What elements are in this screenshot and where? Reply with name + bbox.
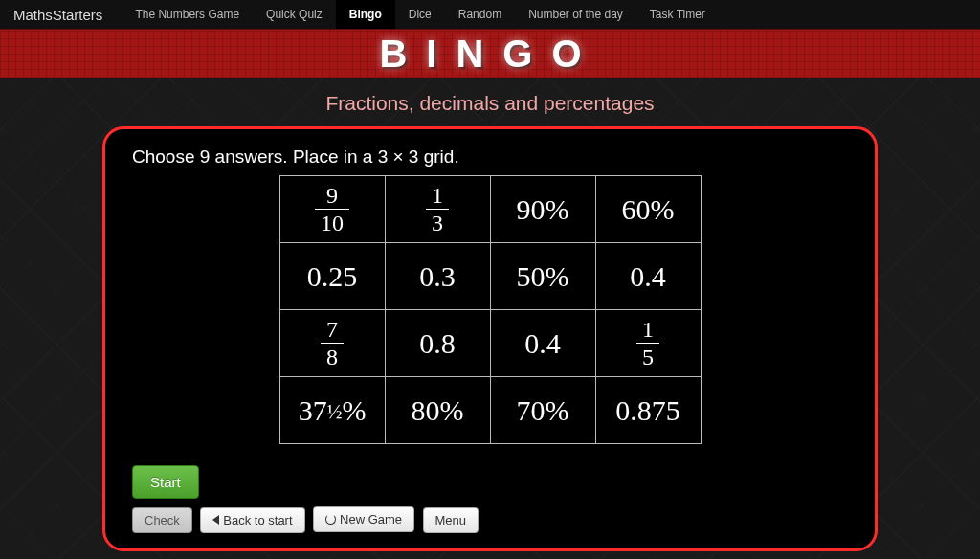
- page-subtitle: Fractions, decimals and percentages: [0, 92, 980, 115]
- grid-cell[interactable]: 910: [279, 176, 385, 243]
- fraction: 13: [426, 184, 449, 235]
- nav-link-random[interactable]: Random: [445, 0, 515, 29]
- nav-link-bingo[interactable]: Bingo: [336, 0, 395, 29]
- nav-link-number-of-the-day[interactable]: Number of the day: [515, 0, 636, 29]
- grid-cell[interactable]: 0.25: [279, 243, 385, 310]
- nav-link-task-timer[interactable]: Task Timer: [636, 0, 719, 29]
- banner: BINGO: [0, 29, 980, 78]
- back-to-start-button[interactable]: Back to start: [200, 507, 304, 533]
- grid-cell[interactable]: 0.3: [385, 243, 490, 310]
- grid-cell[interactable]: 50%: [490, 243, 595, 310]
- fraction-numerator: 1: [426, 184, 449, 210]
- nav-link-quick-quiz[interactable]: Quick Quiz: [253, 0, 336, 29]
- grid-cell[interactable]: 0.8: [385, 310, 490, 377]
- new-game-label: New Game: [340, 512, 402, 526]
- fraction: 15: [636, 318, 659, 369]
- brand[interactable]: MathsStarters: [13, 7, 102, 23]
- fraction-denominator: 3: [426, 210, 449, 235]
- grid-cell[interactable]: 0.875: [595, 377, 701, 444]
- grid-cell[interactable]: 15: [595, 310, 701, 377]
- grid-cell[interactable]: 0.4: [595, 243, 701, 310]
- menu-button[interactable]: Menu: [423, 507, 479, 533]
- nav-link-dice[interactable]: Dice: [395, 0, 445, 29]
- check-button[interactable]: Check: [132, 507, 192, 533]
- fraction: 78: [321, 318, 344, 369]
- mixed-half: ½: [327, 399, 343, 422]
- refresh-icon: [325, 514, 336, 525]
- button-row: Start Check Back to start New Game Menu: [132, 465, 482, 533]
- fraction-denominator: 10: [315, 210, 349, 235]
- fraction-denominator: 8: [321, 344, 344, 369]
- grid-cell[interactable]: 90%: [490, 176, 595, 243]
- grid-cell[interactable]: 13: [385, 176, 490, 243]
- grid-cell[interactable]: 37½%: [279, 377, 385, 444]
- instruction-text: Choose 9 answers. Place in a 3 × 3 grid.: [132, 146, 848, 168]
- banner-title: BINGO: [379, 33, 600, 76]
- new-game-button[interactable]: New Game: [313, 506, 414, 532]
- grid-cell[interactable]: 70%: [490, 377, 595, 444]
- fraction-numerator: 7: [321, 318, 344, 344]
- answer-grid: 9101390%60%0.250.350%0.4780.80.41537½%80…: [279, 175, 702, 444]
- fraction: 910: [315, 184, 349, 235]
- nav-link-the-numbers-game[interactable]: The Numbers Game: [122, 0, 253, 29]
- fraction-numerator: 9: [315, 184, 349, 210]
- top-nav: MathsStarters The Numbers GameQuick Quiz…: [0, 0, 980, 29]
- back-icon: [212, 515, 219, 525]
- mixed-suffix: %: [342, 394, 366, 426]
- grid-cell[interactable]: 80%: [385, 377, 490, 444]
- fraction-denominator: 5: [636, 344, 659, 369]
- back-label: Back to start: [223, 513, 292, 527]
- game-panel: Choose 9 answers. Place in a 3 × 3 grid.…: [102, 126, 878, 551]
- start-button[interactable]: Start: [132, 465, 199, 499]
- mixed-whole: 37: [299, 394, 327, 426]
- grid-cell[interactable]: 0.4: [490, 310, 595, 377]
- grid-cell[interactable]: 78: [279, 310, 385, 377]
- grid-cell[interactable]: 60%: [595, 176, 701, 243]
- fraction-numerator: 1: [636, 318, 659, 344]
